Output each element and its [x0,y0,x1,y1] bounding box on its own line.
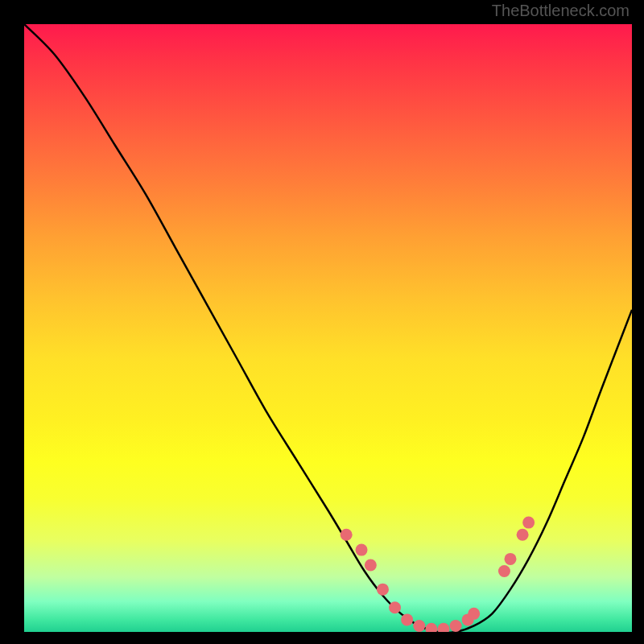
marker-dot [341,529,353,541]
marker-dot [522,517,535,529]
marker-dot [389,601,401,613]
marker-dot [505,553,517,565]
plot-area [24,24,632,632]
marker-dot [437,623,449,632]
marker-dot [356,544,368,556]
marker-dot [365,559,377,571]
marker-dot [377,584,389,596]
marker-dot [498,565,510,577]
marker-dot [517,529,529,541]
marker-dot [401,613,413,625]
marker-group [341,517,535,632]
marker-dot [413,620,425,632]
marker-dot [450,620,462,632]
curve-svg [24,24,632,632]
marker-dot [425,623,437,632]
watermark-text: TheBottleneck.com [492,2,630,20]
marker-dot [468,608,480,620]
bottleneck-curve [24,24,632,632]
